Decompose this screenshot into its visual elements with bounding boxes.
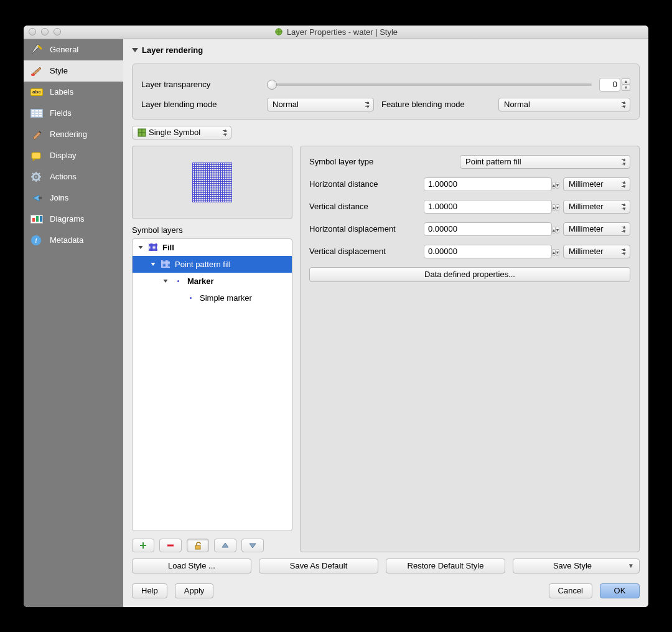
sidebar-item-labels[interactable]: abc Labels bbox=[24, 82, 123, 103]
hdisp-input[interactable] bbox=[424, 222, 552, 236]
triangle-down-icon bbox=[139, 246, 143, 249]
sidebar-item-rendering[interactable]: Rendering bbox=[24, 124, 123, 145]
hdisp-unit-combo[interactable]: Millimeter▴▾ bbox=[563, 222, 630, 236]
symbol-layers-tree[interactable]: Fill Point pattern fill Marker bbox=[132, 238, 292, 531]
tree-node-point-pattern-fill[interactable]: Point pattern fill bbox=[133, 256, 292, 273]
sidebar-item-label: Display bbox=[50, 151, 77, 160]
feature-blend-combo[interactable]: Normal▴▾ bbox=[498, 98, 630, 111]
sidebar-item-display[interactable]: Display bbox=[24, 145, 123, 166]
hdist-label: Horizontal distance bbox=[309, 179, 420, 189]
vdist-unit-combo[interactable]: Millimeter▴▾ bbox=[563, 200, 630, 214]
pattern-swatch-icon bbox=[161, 260, 170, 268]
hdisp-label: Horizontal displacement bbox=[309, 224, 420, 233]
transparency-label: Layer transparency bbox=[141, 80, 259, 89]
sidebar-item-joins[interactable]: Joins bbox=[24, 187, 123, 209]
layer-blend-combo[interactable]: Normal▴▾ bbox=[267, 98, 374, 111]
sidebar-item-label: Labels bbox=[50, 87, 73, 97]
tree-node-simple-marker[interactable]: Simple marker bbox=[133, 290, 292, 306]
sidebar-item-actions[interactable]: Actions bbox=[24, 166, 123, 187]
svg-point-0 bbox=[276, 29, 282, 35]
triangle-down-icon bbox=[151, 263, 156, 266]
info-icon: i bbox=[30, 235, 44, 246]
svg-point-1 bbox=[31, 73, 35, 76]
single-symbol-icon bbox=[138, 128, 146, 137]
apply-button[interactable]: Apply bbox=[175, 583, 214, 598]
style-buttons-row: Load Style ... Save As Default Restore D… bbox=[132, 559, 640, 573]
sidebar: General Style abc Labels Fields Renderin… bbox=[24, 39, 123, 607]
spin-down[interactable]: ▾ bbox=[556, 227, 559, 233]
triangle-up-icon bbox=[221, 541, 230, 550]
main-panel: Layer rendering Layer transparency ▴▾ La… bbox=[123, 39, 648, 607]
tree-node-marker[interactable]: Marker bbox=[133, 273, 292, 290]
pattern-swatch-icon bbox=[149, 243, 157, 251]
sidebar-item-fields[interactable]: Fields bbox=[24, 103, 123, 124]
data-defined-properties-button[interactable]: Data defined properties... bbox=[309, 267, 630, 282]
sidebar-item-label: Diagrams bbox=[50, 214, 85, 224]
symbol-layers-heading: Symbol layers bbox=[132, 225, 292, 235]
vdist-input[interactable] bbox=[424, 200, 552, 214]
tree-node-fill[interactable]: Fill bbox=[133, 239, 292, 256]
cancel-button[interactable]: Cancel bbox=[549, 583, 592, 598]
dot-swatch-icon bbox=[174, 277, 182, 285]
diagrams-icon bbox=[30, 214, 44, 225]
joins-icon bbox=[30, 192, 44, 204]
plus-icon bbox=[139, 541, 147, 550]
triangle-down-icon bbox=[164, 280, 168, 283]
zoom-button[interactable] bbox=[54, 28, 61, 35]
slider-thumb[interactable] bbox=[267, 80, 277, 90]
sidebar-item-general[interactable]: General bbox=[24, 39, 123, 60]
spin-down[interactable]: ▾ bbox=[556, 249, 559, 256]
window: Layer Properties - water | Style General… bbox=[24, 26, 648, 607]
spin-down[interactable]: ▾ bbox=[622, 85, 630, 91]
symbol-layer-type-combo[interactable]: Point pattern fill▴▾ bbox=[460, 155, 630, 169]
transparency-slider[interactable] bbox=[267, 83, 592, 86]
dialog-buttons-row: Help Apply Cancel OK bbox=[132, 583, 640, 598]
ok-button[interactable]: OK bbox=[600, 583, 640, 598]
symbol-preview bbox=[132, 146, 292, 219]
remove-layer-button[interactable] bbox=[159, 539, 182, 552]
chevron-down-icon: ▼ bbox=[628, 562, 634, 569]
hdist-unit-combo[interactable]: Millimeter▴▾ bbox=[563, 177, 630, 191]
sidebar-item-label: Metadata bbox=[50, 235, 83, 245]
svg-rect-5 bbox=[39, 197, 42, 199]
spin-down[interactable]: ▾ bbox=[556, 204, 559, 211]
help-button[interactable]: Help bbox=[132, 583, 167, 598]
titlebar: Layer Properties - water | Style bbox=[24, 26, 648, 39]
feature-blend-label: Feature blending mode bbox=[381, 100, 491, 109]
save-as-default-button[interactable]: Save As Default bbox=[259, 559, 378, 573]
spin-down[interactable]: ▾ bbox=[556, 182, 559, 189]
move-down-button[interactable] bbox=[241, 539, 264, 552]
lock-layer-button[interactable] bbox=[187, 539, 209, 552]
vdisp-unit-combo[interactable]: Millimeter▴▾ bbox=[563, 245, 630, 258]
spin-up[interactable]: ▴ bbox=[622, 78, 630, 85]
move-up-button[interactable] bbox=[214, 539, 236, 552]
minimize-button[interactable] bbox=[41, 28, 49, 35]
restore-default-style-button[interactable]: Restore Default Style bbox=[386, 559, 505, 573]
layer-rendering-disclosure[interactable]: Layer rendering bbox=[132, 45, 640, 55]
add-layer-button[interactable] bbox=[132, 539, 154, 552]
sidebar-item-diagrams[interactable]: Diagrams bbox=[24, 209, 123, 230]
sidebar-item-style[interactable]: Style bbox=[24, 60, 123, 82]
wrench-icon bbox=[30, 44, 44, 55]
svg-point-4 bbox=[35, 176, 37, 178]
layer-blend-label: Layer blending mode bbox=[141, 100, 259, 109]
vdisp-input[interactable] bbox=[424, 245, 552, 258]
gear-icon bbox=[30, 171, 44, 182]
sidebar-item-metadata[interactable]: i Metadata bbox=[24, 230, 123, 251]
display-icon bbox=[30, 150, 44, 161]
dot-swatch-icon bbox=[186, 294, 195, 301]
minus-icon bbox=[166, 541, 175, 550]
layer-rendering-group: Layer transparency ▴▾ Layer blending mod… bbox=[132, 64, 640, 120]
svg-rect-9 bbox=[195, 545, 200, 549]
sidebar-item-label: Rendering bbox=[50, 130, 87, 139]
hdist-input[interactable] bbox=[424, 177, 552, 191]
window-title: Layer Properties - water | Style bbox=[24, 27, 648, 37]
fields-icon bbox=[30, 108, 44, 119]
load-style-button[interactable]: Load Style ... bbox=[132, 559, 251, 573]
transparency-input[interactable] bbox=[599, 78, 620, 92]
save-style-button[interactable]: Save Style ▼ bbox=[513, 559, 640, 573]
symbol-type-combo[interactable]: Single Symbol▴▾ bbox=[132, 126, 231, 139]
sidebar-item-label: Joins bbox=[50, 193, 68, 202]
close-button[interactable] bbox=[29, 28, 36, 35]
brush-icon bbox=[30, 65, 44, 77]
